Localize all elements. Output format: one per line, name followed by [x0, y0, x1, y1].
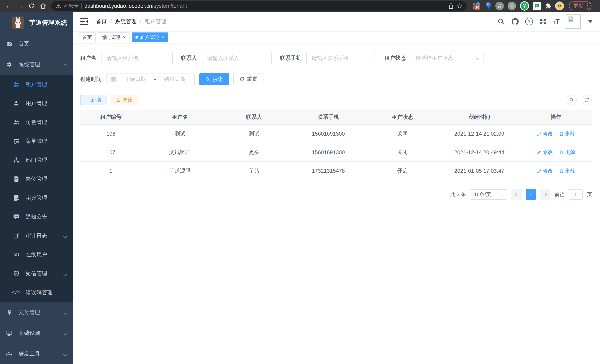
profile-avatar-icon[interactable]: [555, 1, 564, 10]
sidebar-item-label: 租户管理: [26, 81, 47, 88]
address-bar[interactable]: 不安全 dashboard.yudao.iocoder.cn/system/te…: [51, 1, 467, 11]
reset-button[interactable]: 重置: [233, 73, 263, 85]
sidebar-item-notice[interactable]: 通知公告: [0, 207, 73, 226]
sidebar-item-online-users[interactable]: 在线用户: [0, 245, 73, 264]
sidebar-item-audit-log[interactable]: 审计日志: [0, 226, 73, 245]
sidebar-item-role[interactable]: 角色管理: [0, 113, 73, 132]
goto-label: 前往: [554, 191, 564, 198]
sidebar-item-sms[interactable]: 短信管理: [0, 264, 73, 283]
tab-dept[interactable]: 部门管理 ×: [98, 32, 130, 42]
sidebar-item-error-code[interactable]: </> 错误码管理: [0, 283, 73, 302]
date-range-picker[interactable]: 开始日期 - 结束日期: [106, 73, 195, 85]
edit-link[interactable]: 修改: [537, 168, 553, 174]
prev-page-button[interactable]: [511, 189, 522, 200]
chevron-down-icon: [64, 309, 66, 316]
not-secure-warning-icon: [56, 3, 61, 9]
sidebar-item-infra[interactable]: 基础设施: [0, 323, 73, 344]
forward-icon[interactable]: →: [15, 1, 25, 11]
chevron-up-icon: [64, 62, 66, 68]
sidebar-item-label: 短信管理: [26, 270, 47, 277]
avatar[interactable]: [566, 14, 581, 28]
sidebar-item-dict[interactable]: 字典管理: [0, 188, 73, 207]
edit-link[interactable]: 修改: [537, 131, 553, 137]
chevron-down-icon: [64, 351, 66, 357]
reload-icon[interactable]: [26, 1, 37, 11]
post-icon: [12, 176, 21, 182]
sidebar-toggle-icon[interactable]: [80, 18, 88, 25]
sidebar-item-home[interactable]: 首页: [0, 33, 73, 54]
cell-id: 1: [80, 168, 141, 174]
active-dot: [135, 36, 138, 38]
sidebar-item-devtools[interactable]: 研发工具: [0, 344, 73, 364]
chrome-menu-icon[interactable]: [587, 3, 588, 9]
extension-balloon-icon[interactable]: [485, 2, 492, 10]
cell-mobile: 15601691300: [290, 131, 367, 137]
chevron-down-icon: [64, 233, 66, 239]
edit-link[interactable]: 修改: [537, 149, 553, 156]
extension-diamond-icon[interactable]: 10: [472, 1, 482, 11]
sidebar-item-dept[interactable]: 部门管理: [0, 151, 73, 169]
sidebar-item-label: 字典管理: [26, 194, 47, 202]
font-size-icon[interactable]: TT: [553, 18, 560, 25]
status-select[interactable]: 请选择租户状态: [411, 52, 484, 64]
extensions-puzzle-icon[interactable]: [545, 3, 551, 9]
share-icon[interactable]: [448, 3, 454, 9]
sidebar-item-post[interactable]: 岗位管理: [0, 169, 73, 188]
fullscreen-icon[interactable]: [539, 18, 547, 25]
navbar-actions: ? TT: [497, 14, 593, 28]
sidebar-item-user[interactable]: 用户管理: [0, 94, 73, 113]
goto-page-input[interactable]: [569, 189, 583, 200]
chevron-down-icon: [64, 271, 66, 277]
toolbox-icon: [5, 351, 14, 357]
sidebar-item-menu[interactable]: 菜单管理: [0, 132, 73, 151]
extension-command-icon[interactable]: ⌘: [495, 2, 504, 10]
github-icon[interactable]: [511, 18, 519, 25]
cell-created: 2021-01-05 17:03:47: [438, 168, 520, 174]
home-icon[interactable]: [38, 1, 48, 11]
bookmark-star-icon[interactable]: ☆: [456, 2, 462, 10]
page-size-select[interactable]: 10条/页: [470, 189, 507, 200]
tags-view: 首页 部门管理 × 租户管理 ×: [73, 32, 600, 43]
tenant-name-input[interactable]: [101, 52, 173, 64]
extension-y-icon[interactable]: Y: [520, 1, 529, 10]
next-page-button[interactable]: [540, 189, 551, 200]
sidebar-item-pay[interactable]: ¥ 支付管理: [0, 302, 73, 323]
chrome-update-button[interactable]: 更新: [569, 1, 591, 10]
search-button[interactable]: 搜索: [199, 73, 229, 85]
address-divider: [81, 3, 82, 9]
tab-tenant[interactable]: 租户管理 ×: [132, 32, 168, 42]
extension-dot-icon[interactable]: [508, 2, 516, 10]
sidebar-item-tenant[interactable]: 租户管理: [0, 75, 73, 94]
tab-home[interactable]: 首页: [79, 32, 95, 42]
search-icon[interactable]: [497, 18, 505, 25]
browser-chrome: ← → 不安全 dashboard.yudao.iocoder.cn/syste…: [0, 0, 600, 12]
close-icon[interactable]: ×: [123, 35, 126, 40]
add-button[interactable]: + 新增: [80, 95, 106, 105]
help-icon[interactable]: ?: [525, 18, 533, 25]
sidebar-item-system[interactable]: 系统管理: [0, 54, 73, 75]
sidebar-logo-row[interactable]: 芋道管理系统: [0, 12, 73, 33]
delete-link[interactable]: 删除: [559, 149, 575, 156]
contact-input[interactable]: [202, 52, 272, 64]
table-header: 租户编号 租户名 联系人 联系手机 租户状态 创建时间 操作: [80, 110, 592, 125]
breadcrumb-system[interactable]: 系统管理: [115, 18, 137, 25]
table-row: 108 测试 测试 15601691300 关闭 2021-12-14 21:0…: [80, 125, 592, 143]
export-button[interactable]: 导出: [111, 95, 138, 105]
caret-down-icon[interactable]: [588, 20, 593, 23]
extension-chat-icon[interactable]: [533, 2, 541, 10]
table-row: 1 芋道源码 芋艿 17321315478 开启 2021-01-05 17:0…: [80, 162, 592, 180]
delete-link[interactable]: 删除: [559, 131, 575, 137]
cell-name: 测试: [141, 130, 218, 138]
close-icon[interactable]: ×: [162, 35, 165, 40]
breadcrumb-home[interactable]: 首页: [96, 18, 107, 25]
tenant-table: 租户编号 租户名 联系人 联系手机 租户状态 创建时间 操作 108 测试 测试…: [80, 110, 592, 180]
delete-link[interactable]: 删除: [559, 168, 575, 174]
toggle-search-button[interactable]: [567, 95, 577, 105]
cell-status: 关闭: [367, 149, 438, 156]
back-icon[interactable]: ←: [3, 1, 14, 11]
sidebar-item-label: 用户管理: [26, 100, 47, 107]
page-number[interactable]: 1: [525, 189, 536, 200]
mobile-input[interactable]: [306, 52, 376, 64]
pagination: 共 3 条 10条/页 1 前往 页: [80, 189, 592, 200]
refresh-button[interactable]: [582, 95, 592, 105]
